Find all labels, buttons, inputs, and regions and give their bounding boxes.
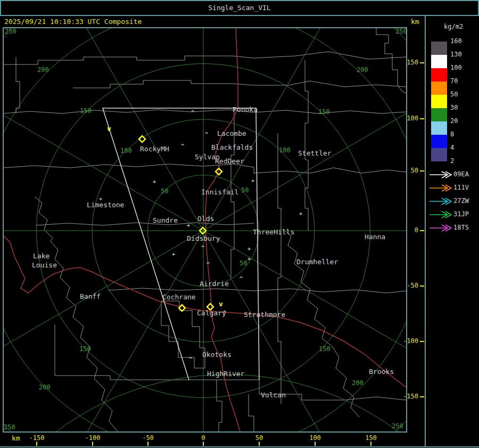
right-axis-tick <box>420 62 424 63</box>
bottom-axis-tick-label: 150 <box>358 434 384 442</box>
range-ring-label-100: 100 <box>120 147 132 154</box>
town-marker: ^ <box>240 275 243 282</box>
place-label-stettler: Stettler <box>298 149 332 157</box>
scale-value-label: 30 <box>450 104 458 112</box>
town-marker: ^ <box>191 109 195 116</box>
place-label-airdrie: Airdrie <box>200 280 229 288</box>
place-label-didsbury: Didsbury <box>187 234 220 242</box>
right-axis-tick <box>420 170 424 172</box>
bottom-axis-tick-label: 50 <box>246 434 272 442</box>
range-ring-label-250: 250 <box>5 28 16 35</box>
scale-unit-label: kg/m2 <box>444 23 463 30</box>
scale-value-label: 160 <box>450 37 462 45</box>
range-ring-label-100: 100 <box>279 146 291 154</box>
place-label-blackfalds: Blackfalds <box>211 143 253 151</box>
right-axis-tick-label: 0 <box>402 226 418 234</box>
place-label-drumheller: Drumheller <box>296 258 338 266</box>
place-label-highriver: HighRiver <box>207 370 244 378</box>
right-axis-tick <box>420 230 424 231</box>
bottom-axis-tick <box>203 442 204 446</box>
storm-track-arrow-27ZW <box>429 198 452 205</box>
scale-block-8 <box>431 135 447 148</box>
town-marker: + <box>299 210 303 217</box>
town-marker: ^ <box>205 131 209 138</box>
place-label-brooks: Brooks <box>369 368 394 376</box>
bottom-axis-tick <box>92 442 93 446</box>
window-bottom-border <box>0 446 479 447</box>
county-boundary-line <box>305 60 308 231</box>
place-label-okotoks: Okotoks <box>202 351 232 359</box>
scale-value-label: 8 <box>450 131 454 139</box>
town-marker: * <box>251 178 255 185</box>
title-bar[interactable]: Single_Scan_VIL <box>0 0 479 16</box>
place-label-lacombe: Lacombe <box>217 129 246 137</box>
place-label-vulcan: Vulcan <box>261 391 286 399</box>
town-marker: ^ <box>201 245 205 251</box>
place-label-louise: Louise <box>32 261 57 269</box>
storm-cell-marker <box>179 305 185 311</box>
range-ring-label-150: 150 <box>319 345 331 353</box>
right-axis-tick-label: -50 <box>402 282 418 290</box>
range-ring-label-250: 250 <box>4 423 15 431</box>
storm-track-arrow-09EA <box>429 171 452 178</box>
range-ring-label-250: 250 <box>392 422 403 430</box>
scale-value-label: 4 <box>450 144 454 152</box>
range-ring-label-150: 150 <box>318 108 330 116</box>
county-boundary-line <box>217 380 222 431</box>
bottom-axis-tick-label: -150 <box>24 434 49 442</box>
storm-track-id: 111V <box>453 184 469 192</box>
county-boundary-line <box>55 324 406 400</box>
town-marker: ^ <box>181 143 185 150</box>
bottom-axis-tick <box>36 442 37 446</box>
map-viewport[interactable]: ^^^^^^^^++++++**·vv501001502002505010015… <box>3 27 407 433</box>
range-ring-label-200: 200 <box>39 384 51 391</box>
right-axis-tick <box>420 118 424 119</box>
range-ring-label-200: 200 <box>357 66 368 74</box>
scale-block-130 <box>431 55 447 68</box>
storm-track-arrow-18TS <box>429 224 452 232</box>
county-boundary-line <box>376 28 406 93</box>
place-label-calgary: Calgary <box>197 309 226 317</box>
scale-block-160 <box>431 42 447 55</box>
town-marker: + <box>247 256 251 263</box>
bottom-axis-tick-label: -100 <box>80 434 105 442</box>
scale-value-label: 20 <box>450 117 458 125</box>
range-ring-label-250: 250 <box>395 28 407 35</box>
radar-app-window: Single_Scan_VIL 2025/09/21 10:10:33 UTC … <box>0 0 479 448</box>
right-axis-unit-label: km <box>411 18 419 26</box>
bottom-axis-tick-label: 0 <box>191 434 216 442</box>
right-axis-tick-label: 100 <box>402 115 418 123</box>
scale-value-label: 100 <box>450 64 462 72</box>
county-boundary-line <box>108 288 406 293</box>
county-boundary-line <box>16 57 20 113</box>
storm-track-id: 31JP <box>453 210 469 218</box>
storm-track-arrow-31JP <box>429 211 452 218</box>
bottom-axis-tick <box>370 442 371 446</box>
right-axis-tick <box>420 396 424 397</box>
county-boundary-line <box>4 52 406 64</box>
bottom-axis-tick-label: -50 <box>135 434 161 442</box>
bottom-axis-tick <box>315 442 316 446</box>
storm-cell-arrow: v <box>219 300 223 308</box>
scan-timestamp: 2025/09/21 10:10:33 UTC Composite <box>4 18 142 26</box>
county-boundary-line <box>249 394 254 431</box>
range-ring-label-150: 150 <box>80 107 92 115</box>
right-axis-tick <box>420 341 424 342</box>
town-marker: + <box>187 222 191 229</box>
bottom-axis-tick <box>147 442 148 446</box>
bottom-axis-unit-label: km <box>12 434 20 442</box>
town-marker: ^ <box>207 261 210 268</box>
range-ring-label-200: 200 <box>37 66 49 74</box>
place-label-threehills: ThreeHills <box>253 228 294 236</box>
right-axis-tick-label: 150 <box>402 59 418 67</box>
town-marker: + <box>247 246 251 252</box>
scale-value-label: 130 <box>450 51 462 59</box>
storm-track-id: 18TS <box>453 224 469 232</box>
range-ring-label-200: 200 <box>352 379 364 387</box>
right-axis-tick-label: 50 <box>402 167 418 175</box>
county-boundary-line <box>36 223 254 225</box>
map-canvas: ^^^^^^^^++++++**·vv <box>4 28 406 431</box>
town-marker: ^ <box>189 356 193 363</box>
right-axis-tick <box>420 286 424 287</box>
storm-track-id: 09EA <box>453 170 469 178</box>
